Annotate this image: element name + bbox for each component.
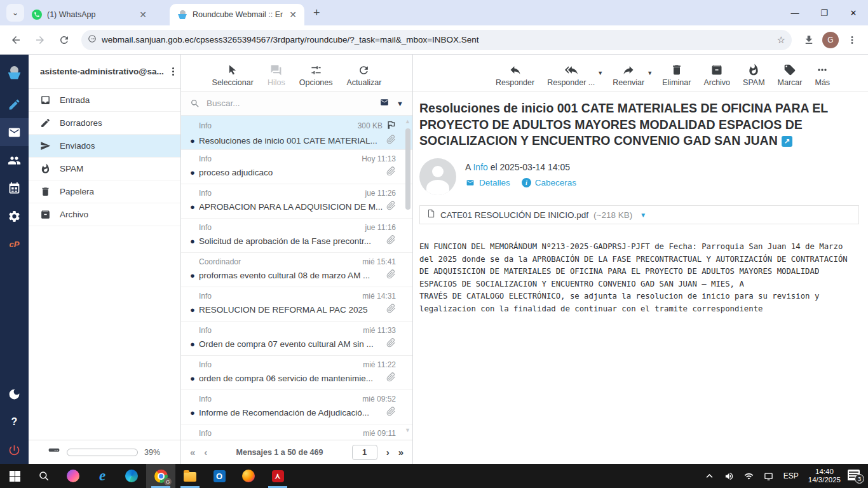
scroll-down-icon[interactable]: ▼ xyxy=(405,427,410,433)
message-row[interactable]: InfoHoy 11:13 ●proceso adjudicaco xyxy=(181,150,412,184)
prev-page-button[interactable]: ‹ xyxy=(204,447,207,458)
menu-kebab-icon[interactable] xyxy=(841,29,863,51)
list-scrollbar[interactable]: ▲ ▼ xyxy=(405,118,411,437)
action-center-button[interactable]: 3 xyxy=(848,468,864,484)
last-page-button[interactable]: » xyxy=(398,447,403,458)
settings-nav-button[interactable] xyxy=(0,202,29,230)
folder-spam[interactable]: SPAM xyxy=(29,158,180,180)
back-button[interactable] xyxy=(5,29,27,51)
scrollbar-thumb[interactable] xyxy=(405,128,410,210)
calendar-nav-button[interactable] xyxy=(0,174,29,202)
forward-button[interactable] xyxy=(29,29,51,51)
tab-whatsapp[interactable]: (1) WhatsApp ✕ xyxy=(24,4,154,25)
folder-entrada[interactable]: Entrada xyxy=(29,89,180,112)
unread-dot: ● xyxy=(190,305,199,315)
cpanel-button[interactable]: cP xyxy=(0,230,29,258)
open-in-new-window-icon[interactable]: ↗ xyxy=(782,136,792,147)
mail-nav-button[interactable] xyxy=(0,118,29,146)
options-button[interactable]: Opciones xyxy=(299,64,333,87)
select-button[interactable]: Seleccionar xyxy=(212,64,254,87)
search-bar[interactable]: ▼ xyxy=(181,92,412,116)
tab-search-button[interactable]: ⌄ xyxy=(6,4,24,22)
wifi-icon[interactable] xyxy=(742,471,757,481)
close-button[interactable]: ✕ xyxy=(839,0,868,25)
folder-enviados[interactable]: Enviados xyxy=(29,135,180,158)
restore-button[interactable]: ❐ xyxy=(810,0,839,25)
scroll-up-icon[interactable]: ▲ xyxy=(405,118,410,125)
display-connect-icon[interactable] xyxy=(761,471,776,481)
edge-button[interactable] xyxy=(117,464,146,488)
message-row[interactable]: Info 300 KB ● Resoluciones de inicio 001… xyxy=(181,116,412,150)
next-page-button[interactable]: › xyxy=(386,447,390,458)
details-toggle[interactable]: Detalles xyxy=(465,178,510,187)
message-row[interactable]: Infomié 11:22 ●orden de compra 06 servic… xyxy=(181,356,412,390)
folder-label: Enviados xyxy=(60,141,95,151)
forward-dropdown-icon[interactable]: ▼ xyxy=(647,70,653,76)
more-button[interactable]: Más xyxy=(815,64,830,87)
first-page-button[interactable]: « xyxy=(190,447,195,458)
threads-button[interactable]: Hilos xyxy=(268,64,285,87)
logout-power-icon[interactable] xyxy=(0,436,29,464)
search-options-chevron-icon[interactable]: ▼ xyxy=(397,100,403,107)
tab-close-icon[interactable]: ✕ xyxy=(288,10,298,20)
compose-button[interactable] xyxy=(0,90,29,118)
outlook-button[interactable]: O xyxy=(205,464,234,488)
profile-avatar[interactable]: G xyxy=(822,32,839,48)
folder-borradores[interactable]: Borradores xyxy=(29,112,180,135)
reply-all-button[interactable]: Responder ... ▼ xyxy=(547,64,595,87)
site-info-icon[interactable] xyxy=(88,34,97,46)
volume-icon[interactable] xyxy=(722,471,737,481)
flag-icon[interactable] xyxy=(386,120,396,132)
page-number-input[interactable]: 1 xyxy=(352,445,377,460)
bookmark-star-icon[interactable]: ☆ xyxy=(777,34,785,46)
screen: ⌄ (1) WhatsApp ✕ Roundcube Webmail :: En… xyxy=(0,0,868,488)
internet-explorer-button[interactable]: e xyxy=(88,464,117,488)
folder-options-kebab[interactable] xyxy=(172,67,174,76)
contacts-nav-button[interactable] xyxy=(0,146,29,174)
reply-dropdown-icon[interactable]: ▼ xyxy=(597,70,603,76)
tab-close-icon[interactable]: ✕ xyxy=(138,10,148,20)
headers-toggle[interactable]: i Cabeceras xyxy=(522,178,576,187)
recipient-link[interactable]: Info xyxy=(473,162,487,172)
chrome-button[interactable]: G xyxy=(146,464,175,488)
search-scope-mail-icon[interactable] xyxy=(379,98,390,109)
download-icon[interactable] xyxy=(798,29,820,51)
copilot-button[interactable] xyxy=(58,464,88,488)
archive-button[interactable]: Archivo xyxy=(703,64,730,87)
mark-button[interactable]: Marcar xyxy=(778,64,803,87)
tray-chevron-up-icon[interactable] xyxy=(702,471,717,481)
system-tray: ESP 14:4014/3/2025 3 xyxy=(702,464,864,488)
attachment-item[interactable]: CATE01 RESOLUCIÓN DE INICIO.pdf (~218 KB… xyxy=(419,205,859,224)
refresh-button[interactable]: Actualizar xyxy=(347,64,382,87)
message-row[interactable]: Infojue 11:26 ●APROBACION PARA LA ADQUIS… xyxy=(181,184,412,219)
attachment-dropdown-icon[interactable]: ▼ xyxy=(640,212,646,219)
file-explorer-button[interactable] xyxy=(175,464,205,488)
taskbar-search-button[interactable] xyxy=(29,464,58,488)
message-row[interactable]: Coordinadormié 15:41 ●proformas evento c… xyxy=(181,253,412,287)
message-row[interactable]: Infomié 14:31 ●RESOLUCION DE REFORMA AL … xyxy=(181,287,412,322)
url-bar[interactable]: webmail.sanjuan.gob.ec/cpsess3265394567/… xyxy=(81,30,792,50)
help-button[interactable]: ? xyxy=(0,408,29,436)
firefox-button[interactable] xyxy=(234,464,263,488)
clock[interactable]: 14:4014/3/2025 xyxy=(806,468,843,484)
delete-button[interactable]: Eliminar xyxy=(662,64,691,87)
search-input[interactable] xyxy=(207,98,372,108)
acrobat-button[interactable]: ⋏ xyxy=(263,464,292,488)
reply-button[interactable]: Responder xyxy=(496,64,534,87)
folder-archivo[interactable]: Archivo xyxy=(29,203,180,226)
reload-button[interactable] xyxy=(53,29,75,51)
new-tab-button[interactable]: + xyxy=(313,6,320,20)
minimize-button[interactable]: — xyxy=(780,0,810,25)
tab-roundcube[interactable]: Roundcube Webmail :: Enviados ✕ xyxy=(170,4,304,25)
message-row[interactable]: Infojue 11:16 ●Solicitud de aprobación d… xyxy=(181,219,412,253)
start-button[interactable] xyxy=(0,464,29,488)
folder-papelera[interactable]: Papelera xyxy=(29,180,180,203)
forward-button[interactable]: Reenviar ▼ xyxy=(613,64,644,87)
spam-button[interactable]: SPAM xyxy=(743,64,765,87)
dark-mode-icon[interactable] xyxy=(0,380,29,408)
message-row[interactable]: Infomié 09:11 ● xyxy=(181,424,412,440)
message-row[interactable]: Infomié 09:52 ●Informe de Recomendación … xyxy=(181,390,412,424)
language-indicator[interactable]: ESP xyxy=(781,471,801,480)
message-row[interactable]: Infomié 11:33 ●Orden de compra 07 evento… xyxy=(181,322,412,356)
attachment-name[interactable]: CATE01 RESOLUCIÓN DE INICIO.pdf xyxy=(440,210,588,220)
